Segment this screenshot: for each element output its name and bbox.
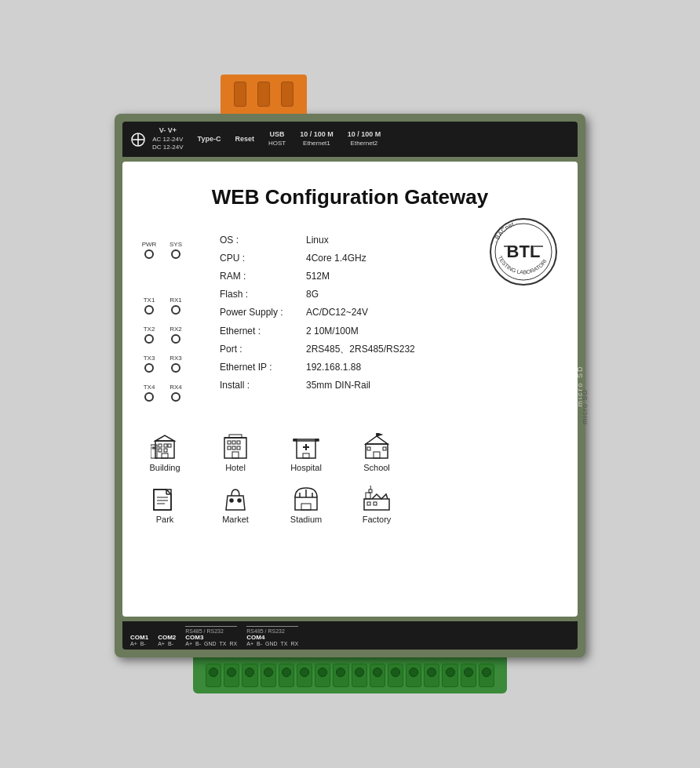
com2-title: COM2 bbox=[158, 634, 176, 641]
icon-hotel: Hotel bbox=[212, 433, 259, 472]
svg-marker-44 bbox=[377, 433, 381, 436]
svg-rect-16 bbox=[162, 453, 168, 458]
svg-rect-40 bbox=[374, 452, 380, 458]
panel-title: WEB Configuration Gateway bbox=[141, 185, 559, 209]
svg-point-53 bbox=[238, 499, 241, 502]
device-wrapper: V- V+ AC 12-24V DC 12-24V Type-C Reset U… bbox=[115, 75, 585, 693]
svg-rect-28 bbox=[232, 452, 239, 458]
green-pin-9 bbox=[352, 664, 367, 687]
green-pin-2 bbox=[224, 664, 239, 687]
led-column: PWR SYS bbox=[141, 233, 204, 402]
header-typec: Type-C bbox=[198, 135, 221, 144]
com4-title: COM4 bbox=[246, 634, 264, 641]
header-voltage: V- V+ AC 12-24V DC 12-24V bbox=[152, 126, 184, 151]
svg-point-52 bbox=[230, 499, 233, 502]
icon-hotel-label: Hotel bbox=[225, 463, 246, 472]
led-tx4-dot bbox=[144, 392, 154, 402]
led-pwr: PWR bbox=[141, 241, 157, 259]
led-group-tx4-rx4: TX4 RX4 bbox=[141, 384, 204, 402]
com3-subtitle: RS485 / RS232 bbox=[185, 628, 224, 634]
com4-subtitle: RS485 / RS232 bbox=[246, 628, 285, 634]
svg-rect-23 bbox=[232, 441, 235, 444]
com4-pins: A+ B- GND TX RX bbox=[246, 641, 298, 646]
spec-power: Power Supply : AC/DC12~24V bbox=[220, 305, 559, 320]
header-bar: V- V+ AC 12-24V DC 12-24V Type-C Reset U… bbox=[122, 122, 578, 156]
led-rx1: RX1 bbox=[168, 297, 184, 315]
svg-rect-24 bbox=[237, 441, 240, 444]
led-pwr-dot bbox=[144, 249, 154, 259]
led-rx2-dot bbox=[171, 334, 180, 344]
icon-building: Building bbox=[141, 433, 188, 472]
led-tx3-dot bbox=[144, 363, 154, 373]
spec-port: Port : 2RS485、2RS485/RS232 bbox=[220, 342, 559, 357]
svg-rect-42 bbox=[383, 447, 386, 450]
svg-rect-41 bbox=[367, 447, 370, 450]
green-pin-8 bbox=[333, 664, 348, 687]
green-pin-10 bbox=[370, 664, 385, 687]
svg-rect-11 bbox=[159, 444, 162, 447]
led-rx4: RX4 bbox=[168, 384, 184, 402]
com3-title: COM3 bbox=[185, 634, 203, 641]
ground-symbol bbox=[130, 132, 146, 147]
micro-sd-text: micro SD bbox=[576, 365, 584, 406]
green-pin-16 bbox=[479, 664, 494, 687]
icon-hospital: Hospital bbox=[283, 433, 330, 472]
led-tx2-dot bbox=[144, 334, 154, 344]
icon-market: Market bbox=[212, 485, 259, 524]
green-pin-6 bbox=[297, 664, 312, 687]
icon-stadium: Stadium bbox=[283, 485, 330, 524]
com-labels-row: COM1 A+ B- COM2 A+ B- bbox=[130, 626, 570, 646]
svg-rect-45 bbox=[154, 490, 171, 510]
green-pin-7 bbox=[315, 664, 330, 687]
svg-rect-26 bbox=[232, 446, 235, 450]
led-rx1-dot bbox=[171, 305, 180, 315]
com2-pins: A+ B- bbox=[158, 641, 173, 646]
icon-stadium-label: Stadium bbox=[290, 515, 322, 524]
svg-rect-62 bbox=[367, 502, 370, 505]
spec-install: Install : 35mm DIN-Rail bbox=[220, 378, 559, 393]
led-tx3: TX3 bbox=[141, 355, 157, 373]
green-pin-1 bbox=[206, 664, 221, 687]
svg-rect-61 bbox=[369, 490, 372, 493]
green-pin-3 bbox=[242, 664, 257, 687]
com3-group: RS485 / RS232 COM3 A+ B- GND TX RX bbox=[185, 626, 237, 646]
bottom-connector bbox=[193, 657, 507, 693]
header-reset: Reset bbox=[235, 135, 254, 144]
green-pin-11 bbox=[388, 664, 403, 687]
svg-rect-18 bbox=[151, 445, 157, 458]
svg-marker-46 bbox=[154, 490, 171, 510]
com4-group: RS485 / RS232 COM4 A+ B- GND TX RX bbox=[246, 626, 298, 646]
led-group-tx1-rx1: TX1 RX1 bbox=[141, 297, 204, 315]
content-area: PWR SYS bbox=[141, 233, 559, 402]
led-tx2: TX2 bbox=[141, 326, 157, 344]
btl-logo-container: BTL · BACnet · TESTING LABORATORI bbox=[488, 217, 559, 290]
led-group-tx3-rx3: TX3 RX3 bbox=[141, 355, 204, 373]
icon-row-2: Park Market bbox=[141, 485, 559, 524]
led-tx1-dot bbox=[144, 305, 154, 315]
led-sys-dot bbox=[171, 249, 180, 259]
svg-rect-37 bbox=[315, 439, 319, 441]
device-body: V- V+ AC 12-24V DC 12-24V Type-C Reset U… bbox=[115, 114, 585, 657]
svg-marker-39 bbox=[366, 436, 388, 444]
svg-rect-27 bbox=[237, 446, 240, 450]
main-panel: WEB Configuration Gateway PWR SYS bbox=[122, 162, 578, 617]
icons-section: Building bbox=[141, 425, 559, 524]
led-rx3: RX3 bbox=[168, 355, 184, 373]
svg-rect-20 bbox=[154, 447, 155, 449]
header-eth1: 10 / 100 M Ethernet1 bbox=[300, 130, 334, 147]
icon-factory: Factory bbox=[353, 485, 400, 524]
svg-rect-60 bbox=[366, 493, 370, 499]
btl-logo-svg: BTL · BACnet · TESTING LABORATORI bbox=[488, 217, 559, 287]
icon-factory-label: Factory bbox=[363, 515, 392, 524]
com2-pin-b: B- bbox=[168, 641, 173, 646]
icon-building-label: Building bbox=[149, 463, 180, 472]
top-connector bbox=[221, 75, 307, 114]
led-rx2: RX2 bbox=[168, 326, 184, 344]
bottom-bar: COM1 A+ B- COM2 A+ B- bbox=[122, 621, 578, 650]
led-group-pwr-sys: PWR SYS bbox=[141, 241, 204, 259]
green-pin-12 bbox=[406, 664, 421, 687]
connector-pin-3 bbox=[281, 82, 293, 107]
svg-text:BTL: BTL bbox=[507, 242, 541, 261]
led-rx4-dot bbox=[171, 392, 180, 402]
svg-rect-15 bbox=[164, 449, 167, 452]
